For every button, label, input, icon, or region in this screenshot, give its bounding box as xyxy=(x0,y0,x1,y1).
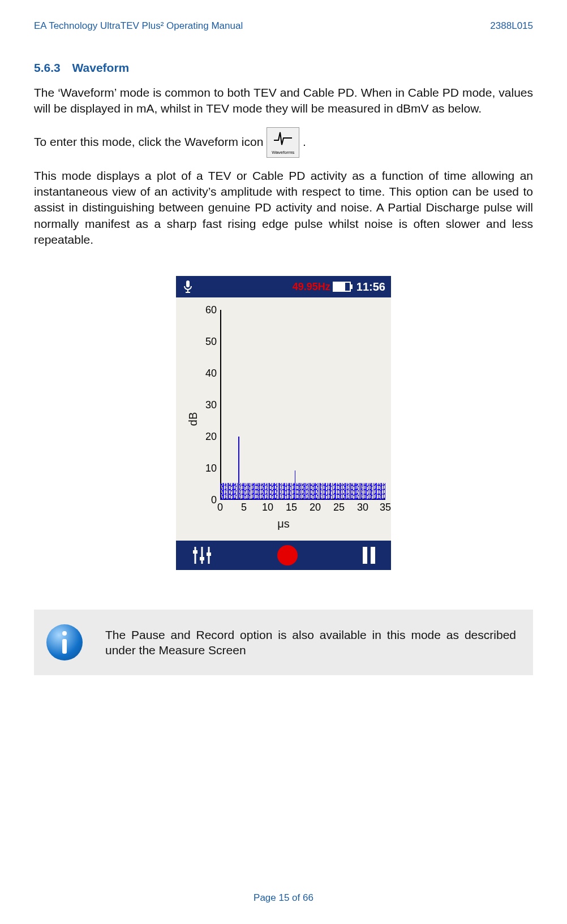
frequency-readout: 49.95Hz xyxy=(293,281,330,293)
x-tick-35: 35 xyxy=(380,502,391,513)
y-tick-60: 60 xyxy=(203,304,217,316)
pd-spike-main xyxy=(238,437,239,500)
y-tick-20: 20 xyxy=(203,431,217,443)
x-tick-20: 20 xyxy=(310,502,321,513)
doc-title: EA Technology UltraTEV Plus² Operating M… xyxy=(34,20,243,32)
svg-rect-8 xyxy=(207,552,211,556)
section-number: 5.6.3 xyxy=(34,61,61,74)
waveform-plot: 60 50 40 30 20 10 0 0 5 10 15 20 25 30 3… xyxy=(176,297,391,541)
x-tick-15: 15 xyxy=(286,502,297,513)
x-tick-10: 10 xyxy=(262,502,273,513)
device-topbar: 49.95Hz 11:56 xyxy=(176,276,391,297)
noise-floor xyxy=(220,483,385,500)
x-axis-label: μs xyxy=(176,517,391,530)
page-number: Page 15 of 66 xyxy=(254,892,313,903)
settings-sliders-icon[interactable] xyxy=(192,546,212,565)
page-footer: Page 15 of 66 xyxy=(0,892,567,904)
device-screenshot: 49.95Hz 11:56 60 50 40 30 20 10 0 0 5 10… xyxy=(176,276,391,570)
battery-icon xyxy=(333,282,351,292)
y-tick-0: 0 xyxy=(203,494,217,506)
page-header: EA Technology UltraTEV Plus² Operating M… xyxy=(34,0,533,32)
paragraph-2-pre: To enter this mode, click the Waveform i… xyxy=(34,135,267,148)
section-heading: 5.6.3 Waveform xyxy=(34,61,533,75)
doc-code: 2388L015 xyxy=(490,20,533,32)
x-tick-30: 30 xyxy=(357,502,368,513)
y-tick-40: 40 xyxy=(203,368,217,379)
svg-rect-0 xyxy=(186,280,190,287)
svg-rect-6 xyxy=(193,550,197,554)
y-axis-label: dB xyxy=(187,412,200,426)
device-bottombar xyxy=(176,541,391,570)
section-title: Waveform xyxy=(72,61,130,74)
paragraph-2-post: . xyxy=(303,135,306,148)
pd-spike-small xyxy=(295,470,295,500)
y-tick-30: 30 xyxy=(203,399,217,411)
y-tick-50: 50 xyxy=(203,336,217,348)
paragraph-3: This mode displays a plot of a TEV or Ca… xyxy=(34,168,533,248)
info-note: The Pause and Record option is also avai… xyxy=(34,610,533,675)
info-icon xyxy=(46,624,83,660)
svg-rect-7 xyxy=(200,557,204,560)
paragraph-1: The ‘Waveform’ mode is common to both TE… xyxy=(34,85,533,117)
y-tick-10: 10 xyxy=(203,463,217,474)
paragraph-2: To enter this mode, click the Waveform i… xyxy=(34,127,533,158)
record-button[interactable] xyxy=(277,545,298,565)
x-tick-25: 25 xyxy=(333,502,345,513)
clock-readout: 11:56 xyxy=(356,280,385,293)
info-note-text: The Pause and Record option is also avai… xyxy=(105,627,516,658)
mic-icon xyxy=(182,279,194,294)
waveform-icon-label: Waveforms xyxy=(267,150,299,156)
x-tick-5: 5 xyxy=(241,502,247,513)
waveform-icon: Waveforms xyxy=(267,127,299,158)
pause-button[interactable] xyxy=(363,547,375,564)
x-tick-0: 0 xyxy=(217,502,223,513)
